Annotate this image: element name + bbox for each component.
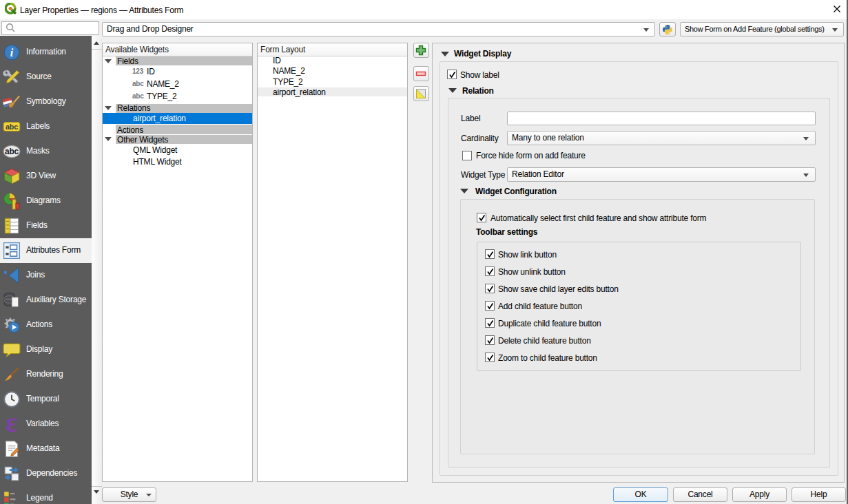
svg-text:i: i: [10, 47, 14, 59]
svg-text:abc: abc: [6, 123, 18, 131]
svg-text:abc: abc: [5, 147, 19, 156]
svg-text:ε: ε: [6, 415, 17, 433]
